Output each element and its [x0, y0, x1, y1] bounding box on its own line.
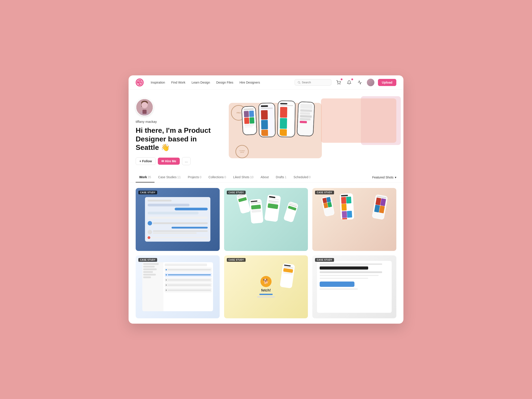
case-badge-6: CASE STUDY: [315, 258, 334, 262]
analytics-icon-btn[interactable]: [356, 79, 363, 86]
profile-avatar: [136, 98, 153, 116]
profile-tabs: Work35 Case Studies11 Projects0 Collecti…: [129, 172, 403, 183]
shot-5-content: 🐕 fetch!: [224, 255, 308, 318]
hero-image-area: PRO COURSEGRAD: [229, 98, 396, 160]
nav-inspiration[interactable]: Inspiration: [151, 81, 165, 84]
tab-work[interactable]: Work35: [136, 172, 154, 183]
phone-3: [277, 101, 296, 137]
tab-liked-shots[interactable]: Liked Shots10: [230, 172, 257, 183]
shot5-phone-1: [280, 263, 295, 288]
notifications-icon-btn[interactable]: [346, 79, 353, 86]
shot3-phone-3: [372, 194, 388, 220]
profile-headline: Hi there, I'm a Product Designer based i…: [136, 126, 220, 152]
shot-1[interactable]: CASE STUDY: [136, 188, 220, 251]
hero-right: PRO COURSEGRAD: [229, 98, 396, 165]
email-mockup: [142, 262, 213, 311]
shot-3-content: [312, 188, 396, 251]
svg-point-2: [298, 81, 300, 83]
shot-6[interactable]: CASE STUDY: [312, 255, 396, 318]
hero-left: tiffany mackay Hi there, I'm a Product D…: [136, 98, 229, 165]
shot2-phone-1: [236, 192, 251, 214]
nav-find-work[interactable]: Find Work: [171, 81, 185, 84]
shot-4-content: [136, 255, 220, 318]
shot2-phone-2: [249, 199, 263, 223]
nav-hire-designers[interactable]: Hire Designers: [239, 81, 260, 84]
case-badge-2: CASE STUDY: [227, 191, 246, 194]
chat-bubble-mid: [148, 212, 199, 214]
case-badge-1: CASE STUDY: [138, 191, 157, 194]
nav-learn-design[interactable]: Learn Design: [191, 81, 210, 84]
notifications-badge: [351, 78, 353, 80]
svg-point-5: [340, 84, 340, 84]
search-box[interactable]: [295, 79, 331, 86]
cart-badge: [341, 78, 342, 80]
tab-about[interactable]: About: [257, 172, 272, 183]
tab-case-studies[interactable]: Case Studies11: [154, 172, 184, 183]
chat-mockup: !: [145, 197, 210, 242]
chat-bubble-right: [175, 208, 208, 210]
hire-me-button[interactable]: ✉ Hire Me: [158, 158, 180, 165]
shot-5[interactable]: CASE STUDY 🐕 fetch!: [224, 255, 308, 318]
user-avatar-nav[interactable]: [367, 79, 374, 86]
search-input[interactable]: [302, 81, 329, 84]
svg-point-8: [141, 101, 148, 105]
case-badge-3: CASE STUDY: [315, 191, 334, 194]
browser-window: Inspiration Find Work Learn Design Desig…: [129, 75, 403, 323]
svg-rect-9: [141, 103, 143, 107]
hero-secondary-bg: [321, 98, 396, 143]
logo[interactable]: [136, 78, 144, 86]
shot-2[interactable]: CASE STUDY: [224, 188, 308, 251]
shot3-phone-2: [340, 193, 354, 220]
navbar: Inspiration Find Work Learn Design Desig…: [129, 75, 403, 89]
cart-icon-btn[interactable]: [335, 79, 342, 86]
membership-title-bar: [320, 266, 368, 270]
svg-rect-11: [143, 110, 147, 114]
email-item-1: [165, 267, 211, 272]
email-sidebar: [142, 262, 164, 311]
shot2-phone-4: [283, 201, 298, 223]
profile-hero: tiffany mackay Hi there, I'm a Product D…: [129, 89, 403, 172]
profile-username: tiffany mackay: [136, 120, 220, 123]
follow-button[interactable]: + Follow: [136, 157, 156, 165]
portfolio-grid: CASE STUDY: [129, 183, 403, 324]
chat-bubble-left: [148, 204, 190, 206]
email-item-5: [165, 288, 211, 292]
shot-4[interactable]: CASE STUDY: [136, 255, 220, 318]
phone-2: [259, 103, 276, 137]
chevron-down-icon: ▾: [395, 176, 396, 179]
tab-drafts[interactable]: Drafts1: [272, 172, 290, 183]
phones-display: [242, 101, 314, 137]
phone-1: [241, 106, 257, 135]
phone-4: [297, 101, 315, 137]
nav-right: Upload: [295, 79, 396, 86]
profile-actions: + Follow ✉ Hire Me ...: [136, 157, 220, 165]
shot-6-content: [312, 255, 396, 318]
svg-point-4: [338, 84, 338, 84]
shot-1-content: !: [136, 188, 220, 251]
nav-design-files[interactable]: Design Files: [216, 81, 233, 84]
case-badge-5: CASE STUDY: [227, 258, 246, 262]
membership-sub-bar: [320, 271, 382, 273]
tab-collections[interactable]: Collections0: [205, 172, 230, 183]
membership-cta-bar: [320, 282, 354, 287]
course-grad-stamp: COURSEGRAD: [235, 145, 249, 158]
featured-shots-dropdown[interactable]: Featured Shots ▾: [372, 172, 396, 182]
email-item-2: [165, 273, 211, 277]
svg-line-3: [299, 83, 300, 84]
shot2-phone-3: [264, 194, 281, 222]
membership-mockup: [317, 261, 392, 313]
email-item-3: [165, 278, 211, 282]
email-item-4: [165, 283, 211, 287]
upload-button[interactable]: Upload: [378, 79, 396, 86]
shot-3[interactable]: CASE STUDY: [312, 188, 396, 251]
nav-links: Inspiration Find Work Learn Design Desig…: [151, 81, 260, 84]
case-badge-4: CASE STUDY: [138, 258, 157, 262]
shot-2-content: [224, 188, 308, 251]
tab-scheduled[interactable]: Scheduled0: [290, 172, 314, 183]
email-main: [163, 262, 213, 311]
tab-projects[interactable]: Projects0: [184, 172, 205, 183]
more-options-button[interactable]: ...: [182, 157, 191, 165]
shot3-phone-1: [321, 196, 335, 216]
